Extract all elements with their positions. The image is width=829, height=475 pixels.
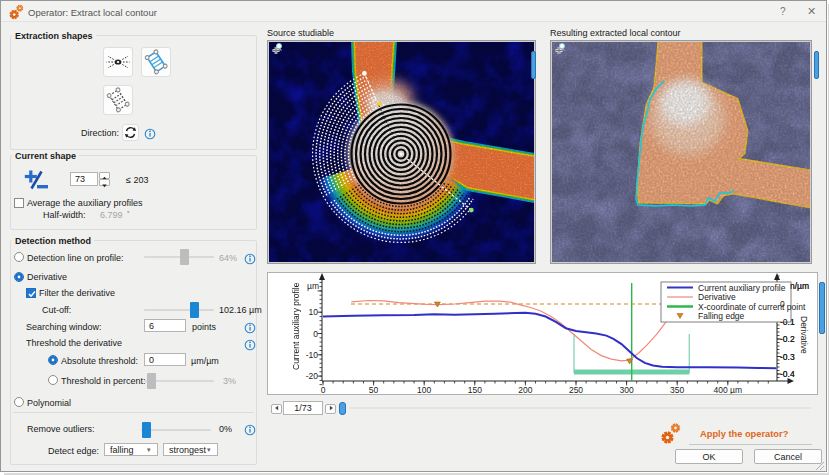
svg-text:Current auxiliary profile: Current auxiliary profile <box>698 283 786 293</box>
svg-text:150: 150 <box>468 385 482 394</box>
svg-text:Derivative: Derivative <box>698 292 736 302</box>
svg-text:µm: µm <box>307 281 319 291</box>
svg-text:-0.4: -0.4 <box>780 369 795 379</box>
svg-text:350: 350 <box>670 385 684 394</box>
svg-text:0: 0 <box>313 329 318 339</box>
svg-text:300: 300 <box>620 385 634 394</box>
svg-text:-20: -20 <box>306 371 319 381</box>
svg-text:100: 100 <box>417 385 431 394</box>
svg-text:-0.1: -0.1 <box>780 317 795 327</box>
svg-text:10: 10 <box>309 307 319 317</box>
svg-text:n/µm: n/µm <box>790 281 809 291</box>
svg-text:250: 250 <box>569 385 583 394</box>
svg-text:50: 50 <box>369 385 379 394</box>
svg-text:-0.3: -0.3 <box>780 352 795 362</box>
svg-text:0: 0 <box>321 385 326 394</box>
svg-text:X-coordinate of current point: X-coordinate of current point <box>698 302 806 312</box>
svg-text:400 µm: 400 µm <box>714 385 743 394</box>
svg-text:0: 0 <box>780 299 785 309</box>
svg-text:Falling edge: Falling edge <box>698 311 745 321</box>
svg-text:-10: -10 <box>306 350 319 360</box>
svg-text:200: 200 <box>518 385 532 394</box>
svg-text:-0.2: -0.2 <box>780 334 795 344</box>
